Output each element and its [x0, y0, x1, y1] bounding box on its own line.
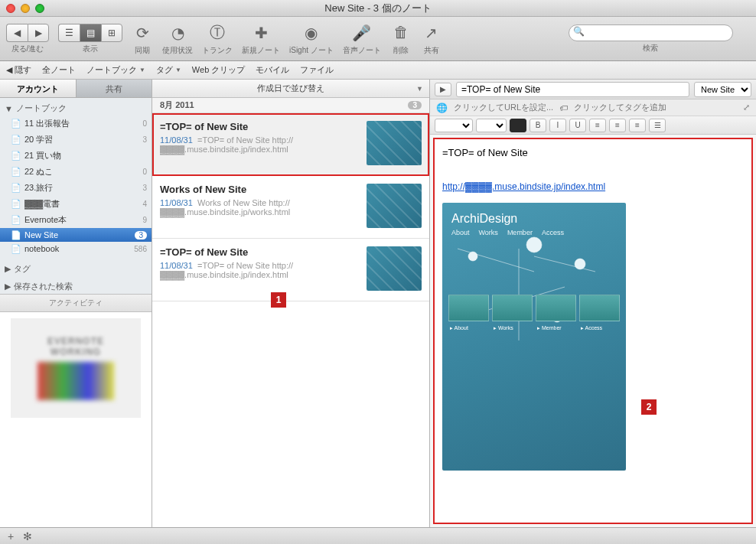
newnote-label: 新規ノート [242, 45, 280, 56]
trunk-label: トランク [202, 45, 233, 56]
filter-notebooks[interactable]: ノートブック▼ [86, 64, 145, 76]
sidebar: アカウント 共有 ▼ ノートブック 11 出張報告0 20 学習3 21 買い物… [0, 80, 152, 527]
status-bar: + ✻ [0, 527, 756, 544]
new-note-icon[interactable]: ✚ [250, 22, 272, 44]
add-button[interactable]: + [5, 530, 17, 542]
format-toolbar: B I U ≡ ≡ ≡ ☰ [430, 116, 756, 135]
notebook-item[interactable]: 11 出張報告0 [0, 116, 152, 132]
main-toolbar: ◀ ▶ 戻る/進む ☰ ▤ ⊞ 表示 ⟳同期 ◔使用状況 Ⓣトランク ✚新規ノー… [0, 17, 756, 61]
isight-label: iSight ノート [289, 45, 334, 56]
section-notebooks[interactable]: ▼ ノートブック [0, 98, 152, 116]
nav-label: 戻る/進む [11, 44, 44, 54]
content-link[interactable]: http://▓▓▓▓.muse.bindsite.jp/index.html [442, 181, 605, 192]
align-right-button[interactable]: ≡ [629, 119, 646, 132]
notebook-item[interactable]: 22 ぬこ0 [0, 164, 152, 180]
view-label: 表示 [83, 44, 98, 54]
audio-note-icon[interactable]: 🎤 [351, 22, 373, 44]
forward-button[interactable]: ▶ [28, 24, 49, 42]
note-thumbnail [367, 184, 422, 228]
annotation-callout-1: 1 [271, 292, 286, 308]
note-title-input[interactable] [456, 82, 689, 97]
sort-header[interactable]: 作成日で並び替え▼ [152, 80, 429, 98]
size-select[interactable] [476, 119, 507, 132]
back-button[interactable]: ◀ [6, 24, 28, 42]
notebook-select[interactable]: New Site [694, 82, 751, 97]
search-input[interactable] [569, 24, 733, 41]
filter-bar: ◀ 隠す 全ノート ノートブック▼ タグ▼ Web クリップ モバイル ファイル [0, 61, 756, 80]
section-tags[interactable]: ▶ タグ [0, 259, 152, 276]
note-title: =TOP= of New Site [160, 121, 360, 132]
isight-icon[interactable]: ◉ [301, 22, 322, 44]
search-label: 検索 [643, 43, 658, 54]
usage-label: 使用状況 [162, 45, 193, 56]
align-left-button[interactable]: ≡ [589, 119, 606, 132]
main-area: アカウント 共有 ▼ ノートブック 11 出張報告0 20 学習3 21 買い物… [0, 80, 756, 527]
hide-sidebar-button[interactable]: ◀ 隠す [6, 64, 31, 76]
view-snippet-button[interactable]: ▤ [80, 24, 101, 42]
note-title: =TOP= of New Site [160, 246, 360, 258]
notebook-item[interactable]: 21 買い物 [0, 148, 152, 164]
url-prompt[interactable]: クリックしてURLを設定... [454, 102, 553, 113]
trunk-icon[interactable]: Ⓣ [207, 22, 228, 44]
thumb-graphic [37, 362, 114, 400]
svg-point-4 [468, 252, 477, 261]
sync-icon[interactable]: ⟳ [132, 22, 153, 44]
notebook-item[interactable]: 23.旅行3 [0, 180, 152, 196]
note-thumbnail [367, 246, 422, 291]
webpage-preview: ArchiDesign About Works Member Access ▸ … [442, 203, 626, 471]
notebook-item[interactable]: Evernote本9 [0, 212, 152, 228]
note-detail-panel: ▶ New Site 🌐 クリックしてURLを設定... 🏷 クリックしてタグを… [430, 80, 756, 527]
play-button[interactable]: ▶ [435, 83, 451, 96]
note-list-panel: 作成日で並び替え▼ 8月 2011 3 =TOP= of New Site 11… [152, 80, 430, 527]
activity-thumbnail: EVERNOTE WORKING [0, 311, 152, 527]
filter-tags[interactable]: タグ▼ [156, 64, 181, 76]
notebook-item-selected[interactable]: New Site3 [0, 228, 152, 242]
notebook-item[interactable]: notebook586 [0, 242, 152, 256]
window-title: New Site - 3 個のノート [0, 2, 756, 15]
network-graphic [442, 203, 626, 471]
underline-button[interactable]: U [569, 119, 586, 132]
tag-prompt[interactable]: クリックしてタグを追加 [574, 102, 666, 113]
svg-point-5 [526, 237, 542, 252]
bold-button[interactable]: B [530, 119, 546, 132]
svg-line-1 [534, 256, 595, 272]
activity-header[interactable]: アクティビティ [0, 294, 152, 311]
color-button[interactable] [510, 119, 526, 132]
tab-shared[interactable]: 共有 [77, 80, 152, 98]
usage-icon[interactable]: ◔ [167, 22, 188, 44]
filter-all-notes[interactable]: 全ノート [42, 64, 76, 76]
section-saved-searches[interactable]: ▶ 保存された検索 [0, 276, 152, 294]
note-item-selected[interactable]: =TOP= of New Site 11/08/31 =TOP= of New … [152, 113, 429, 176]
list-button[interactable]: ☰ [649, 119, 666, 132]
note-title: Works of New Site [160, 184, 360, 195]
thumb-text: EVERNOTE [47, 336, 104, 347]
italic-button[interactable]: I [549, 119, 566, 132]
audio-label: 音声ノート [343, 45, 381, 56]
filter-file[interactable]: ファイル [300, 64, 334, 76]
delete-label: 削除 [393, 45, 409, 56]
trash-icon[interactable]: 🗑 [390, 22, 412, 44]
share-icon[interactable]: ↗ [421, 22, 442, 44]
expand-icon[interactable]: ⤢ [743, 103, 750, 112]
svg-line-0 [458, 249, 534, 272]
tag-icon: 🏷 [559, 103, 568, 112]
view-list-button[interactable]: ☰ [58, 24, 80, 42]
thumb-text: WORKING [51, 347, 101, 357]
filter-webclip[interactable]: Web クリップ [192, 64, 245, 76]
note-item[interactable]: =TOP= of New Site 11/08/31 =TOP= of New … [152, 239, 429, 301]
note-item[interactable]: Works of New Site 11/08/31 Works of New … [152, 176, 429, 239]
notebook-item[interactable]: 20 学習3 [0, 132, 152, 148]
view-thumb-button[interactable]: ⊞ [101, 24, 122, 42]
note-content[interactable]: =TOP= of New Site http://▓▓▓▓.muse.binds… [433, 138, 753, 524]
align-center-button[interactable]: ≡ [609, 119, 626, 132]
notebook-item[interactable]: ▓▓▓電書4 [0, 196, 152, 212]
sync-label: 同期 [135, 45, 150, 56]
settings-button[interactable]: ✻ [21, 530, 34, 542]
tab-account[interactable]: アカウント [0, 80, 77, 98]
filter-mobile[interactable]: モバイル [256, 64, 289, 76]
font-select[interactable] [435, 119, 473, 132]
content-title: =TOP= of New Site [442, 147, 744, 158]
annotation-callout-2: 2 [641, 399, 657, 415]
share-label: 共有 [424, 45, 439, 56]
globe-icon: 🌐 [436, 103, 448, 113]
